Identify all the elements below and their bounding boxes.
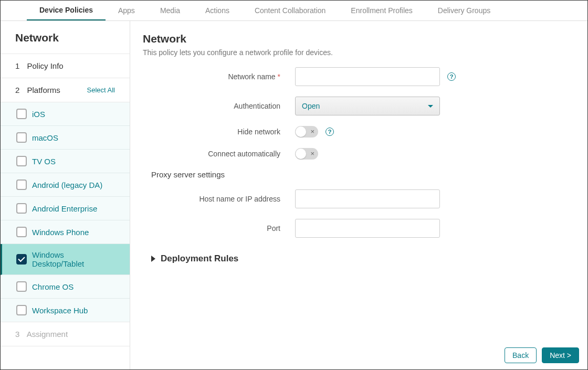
checkbox-icon[interactable] <box>16 132 27 143</box>
required-mark: * <box>278 72 280 81</box>
row-network-name: Network name * ? <box>143 67 575 86</box>
platform-item-ios[interactable]: iOS <box>1 102 130 126</box>
tab-apps[interactable]: Apps <box>106 1 148 20</box>
page-title: Network <box>143 33 575 45</box>
port-input[interactable] <box>295 219 440 238</box>
row-authentication: Authentication Open <box>143 97 575 115</box>
checkbox-checked-icon[interactable] <box>16 254 27 265</box>
back-button[interactable]: Back <box>505 347 537 363</box>
platform-label: Chrome OS <box>32 282 74 291</box>
toggle-knob <box>296 149 306 159</box>
checkbox-icon[interactable] <box>16 156 27 166</box>
tab-enrollment-profiles[interactable]: Enrollment Profiles <box>338 1 425 20</box>
platform-item-windows-phone[interactable]: Windows Phone <box>1 220 130 244</box>
select-all-link[interactable]: Select All <box>87 86 115 94</box>
connect-auto-toggle[interactable]: × <box>295 148 318 160</box>
checkbox-icon[interactable] <box>16 179 27 190</box>
deployment-rules-toggle[interactable]: Deployment Rules <box>151 253 575 264</box>
platform-label: Windows Phone <box>32 228 89 237</box>
step-platforms[interactable]: 2 Platforms Select All <box>1 78 130 102</box>
toggle-off-icon: × <box>310 128 314 135</box>
page-subtitle: This policy lets you configure a network… <box>143 48 575 57</box>
platform-item-macos[interactable]: macOS <box>1 126 130 150</box>
sidebar-title: Network <box>1 21 130 54</box>
tab-delivery-groups[interactable]: Delivery Groups <box>425 1 503 20</box>
platform-item-android-enterprise[interactable]: Android Enterprise <box>1 197 130 220</box>
step-label: Assignment <box>27 330 68 339</box>
step-label: Policy Info <box>27 61 64 70</box>
host-input[interactable] <box>295 189 440 208</box>
tab-actions[interactable]: Actions <box>193 1 242 20</box>
row-connect-auto: Connect automatically × <box>143 148 575 160</box>
step-assignment[interactable]: 3 Assignment <box>1 322 130 346</box>
help-icon[interactable]: ? <box>326 128 334 136</box>
platform-label: macOS <box>32 133 58 142</box>
platform-label: Workspace Hub <box>32 306 88 315</box>
next-button[interactable]: Next > <box>542 347 579 363</box>
step-number: 1 <box>15 61 19 70</box>
row-host: Host name or IP address <box>143 189 575 208</box>
checkbox-icon[interactable] <box>16 281 27 292</box>
label-hide-network: Hide network <box>143 128 295 136</box>
platform-label: TV OS <box>32 157 56 166</box>
network-name-input[interactable] <box>295 67 440 86</box>
checkbox-icon[interactable] <box>16 203 27 214</box>
chevron-down-icon <box>428 105 433 108</box>
label-text: Network name <box>228 72 275 81</box>
platform-label: Android Enterprise <box>32 204 97 213</box>
platform-item-chromeos[interactable]: Chrome OS <box>1 275 130 299</box>
sidebar: Network 1 Policy Info 2 Platforms Select… <box>1 21 130 369</box>
hide-network-toggle[interactable]: × <box>295 126 318 138</box>
label-host: Host name or IP address <box>143 195 295 203</box>
caret-right-icon <box>151 256 155 262</box>
platform-label: Android (legacy DA) <box>32 181 102 189</box>
step-label: Platforms <box>27 86 60 94</box>
label-connect-auto: Connect automatically <box>143 150 295 158</box>
checkbox-icon[interactable] <box>16 305 27 315</box>
label-authentication: Authentication <box>143 102 295 110</box>
checkbox-icon[interactable] <box>16 227 27 237</box>
proxy-section-header: Proxy server settings <box>151 170 575 179</box>
label-network-name: Network name * <box>143 72 295 81</box>
tab-media[interactable]: Media <box>148 1 193 20</box>
toggle-off-icon: × <box>310 150 314 157</box>
row-port: Port <box>143 219 575 238</box>
step-number: 2 <box>15 86 19 94</box>
step-policy-info[interactable]: 1 Policy Info <box>1 54 130 78</box>
platform-item-tvos[interactable]: TV OS <box>1 150 130 173</box>
deployment-rules-label: Deployment Rules <box>161 253 238 264</box>
toggle-knob <box>296 126 306 137</box>
platform-item-windows-desktop[interactable]: Windows Desktop/Tablet <box>1 244 130 275</box>
platform-item-android-legacy[interactable]: Android (legacy DA) <box>1 173 130 197</box>
platform-list: iOS macOS TV OS Android (legacy DA) Andr… <box>1 102 130 322</box>
row-hide-network: Hide network × ? <box>143 126 575 138</box>
platform-label: Windows Desktop/Tablet <box>32 250 114 268</box>
platform-label: iOS <box>32 110 45 119</box>
label-port: Port <box>143 224 295 232</box>
select-value: Open <box>302 102 320 110</box>
step-number: 3 <box>15 330 19 339</box>
footer-buttons: Back Next > <box>505 347 579 363</box>
top-nav: Device Policies Apps Media Actions Conte… <box>1 1 587 21</box>
authentication-select[interactable]: Open <box>295 97 440 115</box>
checkbox-icon[interactable] <box>16 109 27 119</box>
platform-item-workspace-hub[interactable]: Workspace Hub <box>1 299 130 322</box>
help-icon[interactable]: ? <box>447 72 456 81</box>
tab-device-policies[interactable]: Device Policies <box>27 1 106 20</box>
tab-content-collaboration[interactable]: Content Collaboration <box>242 1 338 20</box>
main-content: Network This policy lets you configure a… <box>130 21 587 369</box>
